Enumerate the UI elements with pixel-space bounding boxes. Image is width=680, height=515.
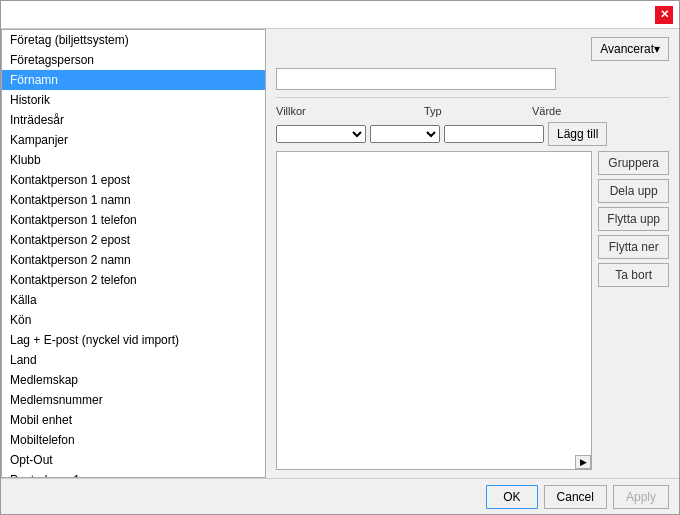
dropdown-item[interactable]: Klubb: [2, 150, 265, 170]
dropdown-item[interactable]: Opt-Out: [2, 450, 265, 470]
title-bar: ✕: [1, 1, 679, 29]
lagg-till-button[interactable]: Lägg till: [548, 122, 607, 146]
dropdown-item[interactable]: Kampanjer: [2, 130, 265, 150]
search-field-row: [276, 68, 669, 90]
main-search-input[interactable]: [276, 68, 556, 90]
dropdown-item[interactable]: Medlemskap: [2, 370, 265, 390]
filter-list-box[interactable]: ▶: [276, 151, 592, 470]
right-panel: Avancerat▾ Villkor Typ Värde Inne: [266, 29, 679, 478]
dropdown-item[interactable]: Kontaktperson 1 epost: [2, 170, 265, 190]
side-buttons: Gruppera Dela upp Flytta upp Flytta ner …: [598, 151, 669, 470]
dropdown-item[interactable]: Mobil enhet: [2, 410, 265, 430]
dropdown-item[interactable]: Land: [2, 350, 265, 370]
villkor-header: Villkor: [276, 105, 356, 117]
dropdown-item[interactable]: Kontaktperson 2 epost: [2, 230, 265, 250]
bottom-bar: OK Cancel Apply: [1, 478, 679, 514]
separator-1: [276, 97, 669, 98]
flytta-upp-button[interactable]: Flytta upp: [598, 207, 669, 231]
scroll-right-arrow[interactable]: ▶: [575, 455, 591, 469]
dropdown-item[interactable]: Inträdesår: [2, 110, 265, 130]
cancel-button[interactable]: Cancel: [544, 485, 607, 509]
varde-input[interactable]: [444, 125, 544, 143]
close-button[interactable]: ✕: [655, 6, 673, 24]
avancerat-button[interactable]: Avancerat▾: [591, 37, 669, 61]
dropdown-item[interactable]: Historik: [2, 90, 265, 110]
dropdown-item[interactable]: Kontaktperson 1 namn: [2, 190, 265, 210]
typ-header: Typ: [424, 105, 484, 117]
dela-upp-button[interactable]: Dela upp: [598, 179, 669, 203]
ok-button[interactable]: OK: [486, 485, 537, 509]
main-dialog: ✕ Företag (biljettsystem)FöretagspersonF…: [0, 0, 680, 515]
flytta-ner-button[interactable]: Flytta ner: [598, 235, 669, 259]
villkor-select[interactable]: InnehållerBörjar medSlutar medÄr lika me…: [276, 125, 366, 143]
dropdown-list: Företag (biljettsystem)FöretagspersonFör…: [1, 29, 266, 478]
dropdown-item[interactable]: Postadress 1: [2, 470, 265, 478]
dropdown-item[interactable]: Företag (biljettsystem): [2, 30, 265, 50]
filter-row: InnehållerBörjar medSlutar medÄr lika me…: [276, 122, 669, 146]
filter-headers: Villkor Typ Värde: [276, 105, 669, 117]
typ-select[interactable]: TextNummer: [370, 125, 440, 143]
ta-bort-button[interactable]: Ta bort: [598, 263, 669, 287]
dropdown-item[interactable]: Kontaktperson 2 namn: [2, 250, 265, 270]
dropdown-item[interactable]: Lag + E-post (nyckel vid import): [2, 330, 265, 350]
dropdown-item[interactable]: Mobiltelefon: [2, 430, 265, 450]
dropdown-item[interactable]: Medlemsnummer: [2, 390, 265, 410]
dropdown-item[interactable]: Kön: [2, 310, 265, 330]
dropdown-item[interactable]: Företagsperson: [2, 50, 265, 70]
dropdown-item[interactable]: Förnamn: [2, 70, 265, 90]
gruppera-button[interactable]: Gruppera: [598, 151, 669, 175]
dropdown-item[interactable]: Källa: [2, 290, 265, 310]
content-area: ▶ Gruppera Dela upp Flytta upp Flytta ne…: [276, 151, 669, 470]
varde-header: Värde: [532, 105, 612, 117]
dropdown-item[interactable]: Kontaktperson 2 telefon: [2, 270, 265, 290]
dropdown-item[interactable]: Kontaktperson 1 telefon: [2, 210, 265, 230]
dialog-body: Företag (biljettsystem)FöretagspersonFör…: [1, 29, 679, 478]
apply-button[interactable]: Apply: [613, 485, 669, 509]
